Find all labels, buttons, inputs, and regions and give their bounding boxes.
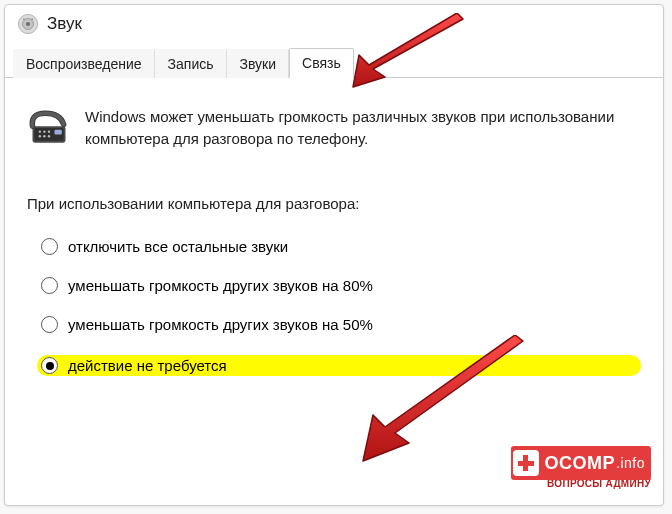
svg-point-12 <box>48 135 50 137</box>
svg-point-8 <box>43 130 45 132</box>
speaker-icon <box>17 13 39 35</box>
radio-mute-all[interactable]: отключить все остальные звуки <box>41 238 641 255</box>
tab-playback[interactable]: Воспроизведение <box>13 49 155 78</box>
tab-label: Запись <box>168 56 214 72</box>
radio-reduce-80[interactable]: уменьшать громкость других звуков на 80% <box>41 277 641 294</box>
radio-indicator <box>41 238 58 255</box>
tab-content: Windows может уменьшать громкость различ… <box>5 78 663 394</box>
window-title: Звук <box>47 14 82 34</box>
svg-point-10 <box>39 135 41 137</box>
titlebar: Звук <box>5 5 663 41</box>
watermark-suffix: .info <box>616 455 645 471</box>
options-heading: При использовании компьютера для разгово… <box>27 195 641 212</box>
svg-rect-13 <box>55 130 62 135</box>
watermark: OCOMP.info ВОПРОСЫ АДМИНУ <box>511 446 651 489</box>
tab-sounds[interactable]: Звуки <box>227 49 290 78</box>
svg-point-9 <box>48 130 50 132</box>
radio-label: отключить все остальные звуки <box>68 238 288 255</box>
radio-do-nothing[interactable]: действие не требуется <box>37 355 641 376</box>
radio-reduce-50[interactable]: уменьшать громкость других звуков на 50% <box>41 316 641 333</box>
radio-group: отключить все остальные звуки уменьшать … <box>41 238 641 376</box>
description-text: Windows может уменьшать громкость различ… <box>85 106 641 150</box>
phone-icon <box>27 106 71 153</box>
svg-point-4 <box>31 18 33 20</box>
radio-indicator <box>41 357 58 374</box>
plus-icon <box>513 450 539 476</box>
watermark-subtitle: ВОПРОСЫ АДМИНУ <box>547 478 651 489</box>
sound-settings-window: Звук Воспроизведение Запись Звуки Связь … <box>4 4 664 506</box>
description-row: Windows может уменьшать громкость различ… <box>27 106 641 153</box>
tab-communications[interactable]: Связь <box>289 48 354 78</box>
radio-indicator <box>41 277 58 294</box>
tab-recording[interactable]: Запись <box>155 49 227 78</box>
radio-label: уменьшать громкость других звуков на 50% <box>68 316 373 333</box>
tab-label: Связь <box>302 55 341 71</box>
svg-point-7 <box>39 130 41 132</box>
watermark-brand: OCOMP <box>545 453 616 474</box>
radio-indicator <box>41 316 58 333</box>
svg-point-3 <box>23 18 25 20</box>
tabstrip: Воспроизведение Запись Звуки Связь <box>5 47 663 78</box>
tab-label: Воспроизведение <box>26 56 142 72</box>
tab-label: Звуки <box>240 56 277 72</box>
radio-label: уменьшать громкость других звуков на 80% <box>68 277 373 294</box>
radio-label: действие не требуется <box>68 357 227 374</box>
svg-point-2 <box>26 22 30 26</box>
svg-point-11 <box>43 135 45 137</box>
